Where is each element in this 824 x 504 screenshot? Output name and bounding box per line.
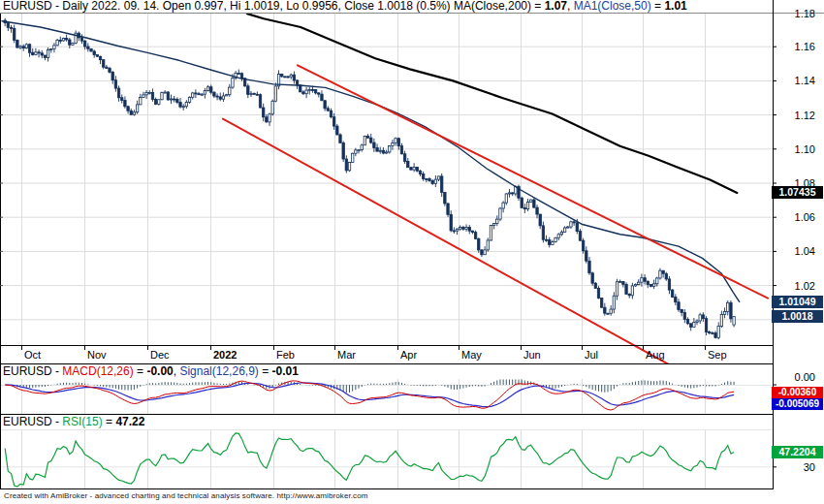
- chart-container: EURUSD - Daily 2022. 09. 14. Open 0.997,…: [0, 0, 824, 504]
- price-axis-label: 1.14: [795, 75, 815, 86]
- title-part: =: [103, 415, 116, 428]
- main-pane-title: EURUSD - Daily 2022. 09. 14. Open 0.997,…: [3, 0, 687, 13]
- title-part: ,: [567, 0, 574, 13]
- title-part: RSI(15): [62, 415, 102, 428]
- price-axis-label: 1.12: [795, 110, 815, 121]
- x-axis-label: Dec: [150, 349, 170, 361]
- x-axis-label: Jun: [523, 349, 541, 361]
- x-axis-label: Mar: [337, 349, 356, 361]
- title-part: 47.22: [115, 415, 144, 428]
- price-axis-label: 1.18: [795, 8, 815, 19]
- price-axis-label: 1.10: [795, 143, 815, 155]
- x-axis-label: Feb: [276, 349, 295, 361]
- x-axis-label: Jul: [585, 349, 598, 361]
- x-axis-label: May: [461, 349, 482, 361]
- amibroker-credit: Created with AmiBroker - advanced charti…: [4, 491, 368, 500]
- rsi-30-axis-label: 30: [804, 461, 815, 473]
- title-part: Signal(12,26,9): [179, 364, 258, 378]
- chart-plot-area[interactable]: [0, 0, 824, 504]
- title-part: 1.01: [664, 0, 686, 13]
- badge-ma200-value: 1.07435: [772, 186, 823, 199]
- price-axis-label: 1.04: [795, 245, 815, 257]
- title-part: 1.07: [545, 0, 567, 13]
- title-part: EURUSD -: [3, 415, 62, 428]
- macd-pane-title: EURUSD - MACD(12,26) = -0.00, Signal(12,…: [3, 365, 299, 378]
- title-part: EURUSD -: [3, 364, 62, 378]
- title-part: MACD(12,26): [62, 364, 133, 378]
- badge-last-price: 1.0018: [772, 310, 823, 323]
- badge-ma50-value: 1.01049: [772, 296, 823, 308]
- badge-rsi-value: 47.2204: [772, 446, 823, 458]
- title-part: -0.00: [146, 364, 173, 378]
- price-axis-label: 1.06: [795, 211, 815, 223]
- badge-macd-value: -0.00360: [772, 387, 823, 398]
- x-axis-label: 2022: [213, 349, 237, 361]
- x-axis-label: Apr: [400, 349, 417, 361]
- badge-signal-value: -0.005069: [772, 398, 823, 410]
- x-axis-label: Aug: [646, 349, 665, 361]
- macd-zero-axis-label: 0.00: [795, 371, 815, 383]
- title-part: =: [259, 364, 272, 378]
- title-part: MA1(Close,50): [574, 0, 651, 13]
- title-part: EURUSD - Daily 2022. 09. 14. Open 0.997,…: [3, 0, 545, 13]
- title-part: -0.01: [272, 364, 299, 378]
- x-axis-label: Oct: [24, 349, 41, 361]
- x-axis-label: Nov: [87, 349, 107, 361]
- price-axis-label: 1.02: [795, 280, 815, 292]
- price-axis-label: 1.16: [795, 41, 815, 52]
- x-axis-label: Sep: [708, 349, 727, 361]
- title-part: =: [651, 0, 665, 13]
- rsi-pane-title: EURUSD - RSI(15) = 47.22: [3, 416, 144, 428]
- title-part: =: [134, 364, 147, 378]
